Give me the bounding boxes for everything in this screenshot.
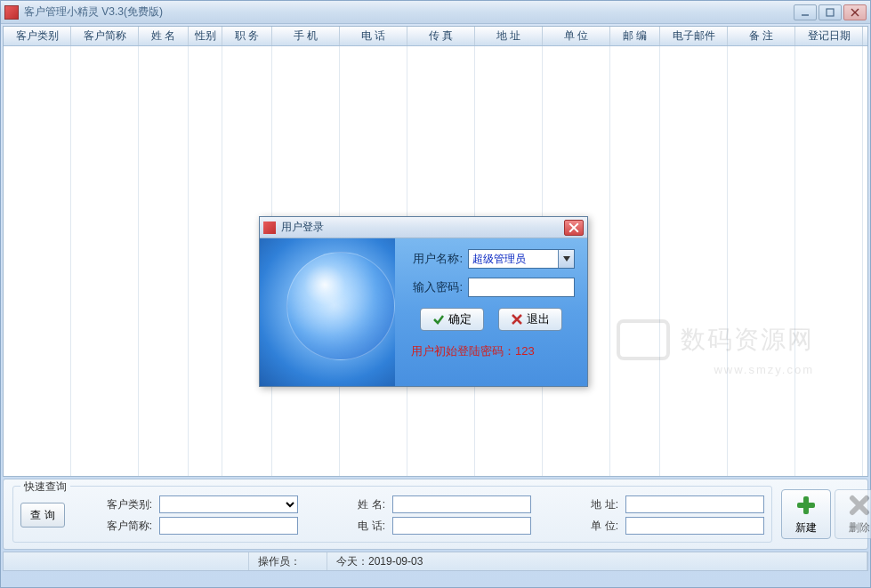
login-titlebar: 用户登录 [260,217,587,238]
svg-rect-5 [797,503,815,508]
column-line [795,46,863,476]
statusbar: 操作员： 今天： 2019-09-03 [3,552,868,571]
column-header[interactable]: 传 真 [407,27,475,45]
column-header[interactable]: 备 注 [728,27,795,45]
titlebar: 客户管理小精灵 V3.3(免费版) [1,1,870,24]
column-header[interactable]: 电 话 [340,27,407,45]
window-title: 客户管理小精灵 V3.3(免费版) [24,4,794,20]
phone-label: 电 话: [305,519,385,534]
password-input[interactable] [468,278,575,297]
search-button[interactable]: 查 询 [20,503,65,528]
column-header[interactable]: 性别 [189,27,222,45]
operator-label: 操作员： [258,554,301,569]
login-close-button[interactable] [564,220,584,236]
main-window: 客户管理小精灵 V3.3(免费版) 客户类别客户简称姓 名性别职 务手 机电 话… [0,0,871,588]
phone-input[interactable] [392,517,531,535]
quick-search-group: 快速查询 客户类别: 姓 名: 地 址: 查 询 客户简称: 电 话: 单 位: [12,486,772,543]
today-value: 2019-09-03 [368,555,423,568]
column-header[interactable]: 客户简称 [71,27,139,45]
column-header[interactable]: 客户类别 [4,27,71,45]
chevron-down-icon [558,250,574,268]
login-ok-button[interactable]: 确定 [420,308,484,331]
column-header[interactable]: 单 位 [543,27,610,45]
column-line [189,46,222,476]
today-label: 今天： [336,554,368,569]
column-line [728,46,795,476]
login-app-icon [263,222,276,234]
unit-input[interactable] [625,517,764,535]
address-label: 地 址: [538,497,618,512]
username-combo[interactable]: 超级管理员 [468,249,575,269]
column-header[interactable]: 电子邮件 [660,27,728,45]
unit-label: 单 位: [538,519,618,534]
maximize-button[interactable] [819,4,842,20]
column-header[interactable]: 姓 名 [139,27,189,45]
short-label: 客户简称: [72,519,152,534]
svg-rect-1 [827,9,834,16]
check-icon [432,313,445,326]
new-button[interactable]: 新建 [781,489,831,539]
short-input[interactable] [159,517,298,535]
password-label: 输入密码: [407,279,463,295]
delete-icon [847,493,871,518]
category-select[interactable] [159,495,298,513]
app-icon [4,5,19,20]
login-hint: 用户初始登陆密码：123 [407,343,575,359]
window-controls [794,4,867,20]
login-form: 用户名称: 超级管理员 输入密码: 确定 [395,238,587,386]
plus-icon [794,493,819,518]
column-line [4,46,71,476]
column-line [660,46,728,476]
x-icon [511,313,523,326]
column-header[interactable]: 地 址 [475,27,543,45]
name-input[interactable] [392,495,531,513]
name-label: 姓 名: [305,497,385,512]
minimize-button[interactable] [794,4,817,20]
column-line [139,46,189,476]
quick-search-legend: 快速查询 [20,479,70,495]
login-globe-image [260,238,395,386]
address-input[interactable] [625,495,764,513]
column-line [71,46,139,476]
username-label: 用户名称: [407,251,463,267]
column-line [610,46,660,476]
column-header[interactable]: 登记日期 [795,27,863,45]
column-header[interactable]: 邮 编 [610,27,660,45]
category-label: 客户类别: [72,497,152,512]
bottom-panel: 快速查询 客户类别: 姓 名: 地 址: 查 询 客户简称: 电 话: 单 位: [3,479,868,550]
login-title: 用户登录 [281,220,564,235]
delete-button: 删除 [835,489,871,539]
login-dialog: 用户登录 用户名称: 超级管理员 输入密码: [259,216,588,387]
close-button[interactable] [843,4,867,20]
table-header: 客户类别客户简称姓 名性别职 务手 机电 话传 真地 址单 位邮 编电子邮件备 … [4,27,867,46]
login-exit-button[interactable]: 退出 [498,308,562,331]
login-body: 用户名称: 超级管理员 输入密码: 确定 [260,238,587,386]
column-header[interactable]: 手 机 [272,27,340,45]
column-header[interactable]: 职 务 [222,27,272,45]
action-buttons: 新建 删除 打印 导出 [781,489,871,539]
